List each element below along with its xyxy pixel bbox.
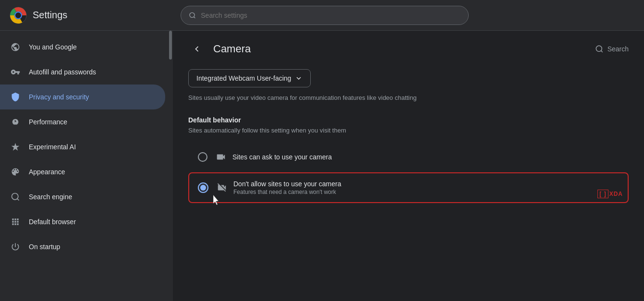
svg-line-7 (17, 199, 19, 201)
camera-dropdown[interactable]: Integrated Webcam User-facing (188, 69, 311, 87)
option-label-allow: Sites can ask to use your camera (232, 153, 332, 161)
svg-line-5 (194, 16, 195, 18)
radio-circle-allow (198, 152, 207, 162)
camera-dropdown-value: Integrated Webcam User-facing (196, 74, 291, 82)
radio-option-block[interactable]: Don't allow sites to use your camera Fea… (188, 172, 629, 203)
sidebar-item-experimental-ai[interactable]: Experimental AI (0, 134, 165, 159)
camera-icon (215, 151, 227, 163)
performance-icon (10, 116, 21, 128)
sidebar-item-label-search-engine: Search engine (29, 193, 72, 201)
option-label-block: Don't allow sites to use your camera (233, 180, 341, 188)
radio-circle-block (198, 182, 208, 193)
google-icon (10, 41, 21, 53)
chrome-logo (10, 7, 27, 24)
svg-point-8 (596, 46, 602, 51)
search-input[interactable] (201, 12, 461, 19)
cursor-indicator (213, 195, 222, 207)
sidebar-item-label-ai: Experimental AI (29, 143, 76, 151)
scrollbar[interactable] (169, 31, 172, 60)
shield-icon (10, 91, 21, 103)
back-button[interactable] (188, 40, 206, 58)
content-search-icon (595, 45, 604, 53)
default-behavior-title: Default behavior (188, 116, 629, 124)
sidebar-item-you-and-google[interactable]: You and Google (0, 35, 165, 60)
svg-point-4 (190, 12, 194, 17)
camera-off-icon (216, 182, 228, 193)
sidebar-item-label-you-and-google: You and Google (29, 43, 77, 51)
camera-description: Sites usually use your video camera for … (188, 93, 629, 103)
sidebar-item-appearance[interactable]: Appearance (0, 159, 165, 184)
option-text-allow: Sites can ask to use your camera (232, 153, 332, 161)
radio-inner-dot (200, 185, 206, 191)
content-wrapper: Camera Search Integrated Webcam User-fac… (188, 31, 629, 203)
sidebar-item-label-default-browser: Default browser (29, 218, 76, 226)
header: Settings (0, 0, 644, 31)
default-behavior-description: Sites automatically follow this setting … (188, 127, 629, 134)
content-area: Camera Search Integrated Webcam User-fac… (173, 31, 644, 301)
global-search-bar[interactable] (181, 6, 469, 25)
content-search[interactable]: Search (595, 45, 629, 53)
sidebar-item-label-on-startup: On startup (29, 243, 60, 251)
key-icon (10, 66, 21, 78)
svg-line-9 (601, 50, 602, 52)
page-title: Camera (213, 43, 251, 55)
content-search-label: Search (608, 45, 629, 53)
sidebar-item-label-performance: Performance (29, 118, 67, 126)
sidebar-item-on-startup[interactable]: On startup (0, 234, 165, 259)
option-text-block: Don't allow sites to use your camera Fea… (233, 180, 341, 195)
content-header-left: Camera (188, 40, 251, 58)
app-title: Settings (33, 10, 67, 21)
ai-icon (10, 141, 21, 153)
sidebar-item-default-browser[interactable]: Default browser (0, 209, 165, 234)
appearance-icon (10, 166, 21, 178)
option-content-allow: Sites can ask to use your camera (215, 151, 619, 163)
content-header: Camera Search (188, 31, 629, 69)
xda-watermark: [ ]XDA (597, 191, 623, 197)
option-content-block: Don't allow sites to use your camera Fea… (216, 180, 619, 195)
sidebar-item-label-appearance: Appearance (29, 168, 65, 176)
search-engine-icon (10, 191, 21, 203)
sidebar: You and Google Autofill and passwords Pr… (0, 31, 173, 301)
main-layout: You and Google Autofill and passwords Pr… (0, 31, 644, 301)
logo-area: Settings (10, 7, 173, 24)
option-sub-block: Features that need a camera won't work (233, 189, 341, 195)
sidebar-item-performance[interactable]: Performance (0, 109, 165, 134)
sidebar-item-autofill[interactable]: Autofill and passwords (0, 60, 165, 84)
sidebar-item-privacy-security[interactable]: Privacy and security (0, 84, 165, 109)
sidebar-item-search-engine[interactable]: Search engine (0, 184, 165, 209)
browser-icon (10, 216, 21, 228)
dropdown-chevron-icon (295, 74, 303, 82)
startup-icon (10, 241, 21, 253)
svg-point-6 (12, 193, 18, 200)
search-icon (189, 12, 196, 19)
sidebar-item-label-autofill: Autofill and passwords (29, 68, 96, 76)
radio-option-allow[interactable]: Sites can ask to use your camera (188, 144, 629, 170)
sidebar-item-label-privacy: Privacy and security (29, 93, 89, 101)
